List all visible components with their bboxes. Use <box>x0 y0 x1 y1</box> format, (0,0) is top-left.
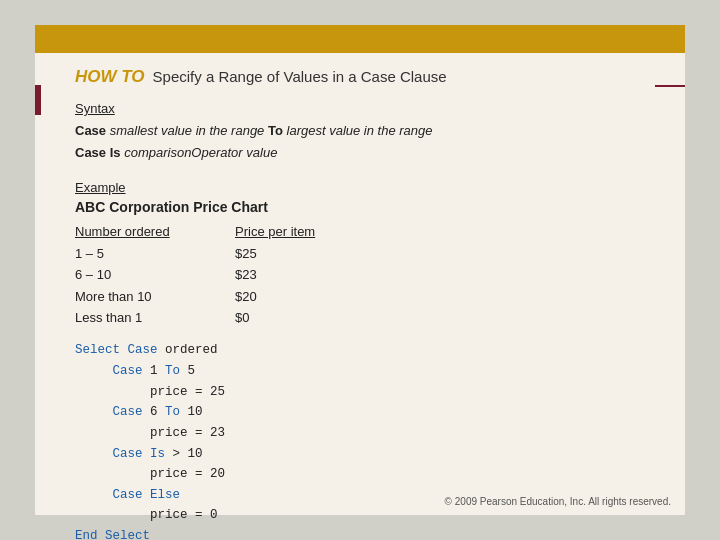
code-line: Case Is > 10 <box>75 444 645 465</box>
col2-cell: $0 <box>235 307 335 328</box>
col1-cell: 6 – 10 <box>75 264 235 285</box>
col1-cell: Less than 1 <box>75 307 235 328</box>
title-row: HOW TO Specify a Range of Values in a Ca… <box>75 67 645 87</box>
to-keyword: To <box>268 123 283 138</box>
right-accent <box>655 85 685 87</box>
code-text: > 10 <box>165 447 203 461</box>
code-line: price = 0 <box>75 505 645 526</box>
code-keyword: To <box>165 364 180 378</box>
syntax-label: Syntax <box>75 101 645 116</box>
code-text: 10 <box>180 405 203 419</box>
col1-header: Number ordered <box>75 221 235 242</box>
col2-header: Price per item <box>235 221 335 242</box>
slide-container: HOW TO Specify a Range of Values in a Ca… <box>35 25 685 515</box>
col1-cell: 1 – 5 <box>75 243 235 264</box>
code-text: 6 <box>143 405 166 419</box>
code-line: End Select <box>75 526 645 540</box>
content: HOW TO Specify a Range of Values in a Ca… <box>35 53 685 540</box>
title-text: Specify a Range of Values in a Case Clau… <box>153 68 447 85</box>
code-line: price = 25 <box>75 382 645 403</box>
code-keyword: Case <box>113 405 143 419</box>
code-line: Case 1 To 5 <box>75 361 645 382</box>
syntax-italic3: comparisonOperator value <box>124 145 277 160</box>
example-section: Example ABC Corporation Price Chart Numb… <box>75 180 645 328</box>
table-row: More than 10$20 <box>75 286 645 307</box>
case-keyword: Case <box>75 123 106 138</box>
syntax-italic1: smallest value in the range <box>110 123 268 138</box>
col1-cell: More than 10 <box>75 286 235 307</box>
code-line: Select Case ordered <box>75 340 645 361</box>
syntax-line1: Case smallest value in the range To larg… <box>75 120 645 142</box>
example-label: Example <box>75 180 645 195</box>
syntax-line2: Case Is comparisonOperator value <box>75 142 645 164</box>
code-text: ordered <box>158 343 218 357</box>
table-row: 1 – 5$25 <box>75 243 645 264</box>
example-title: ABC Corporation Price Chart <box>75 199 645 215</box>
top-bar <box>35 25 685 53</box>
code-keyword: Select Case <box>75 343 158 357</box>
code-text: price = 25 <box>150 385 225 399</box>
table-row: Less than 1$0 <box>75 307 645 328</box>
code-keyword: Case <box>113 364 143 378</box>
code-line: Case 6 To 10 <box>75 402 645 423</box>
code-keyword: Case Else <box>113 488 181 502</box>
code-text: 5 <box>180 364 195 378</box>
code-block: Select Case ordered Case 1 To 5 price = … <box>75 340 645 540</box>
syntax-section: Syntax Case smallest value in the range … <box>75 101 645 164</box>
code-text: price = 20 <box>150 467 225 481</box>
code-text: price = 0 <box>150 508 218 522</box>
case-is-keyword: Case Is <box>75 145 121 160</box>
col2-cell: $20 <box>235 286 335 307</box>
price-table: Number ordered Price per item 1 – 5$256 … <box>75 221 645 328</box>
footer: © 2009 Pearson Education, Inc. All right… <box>445 496 671 507</box>
code-keyword: End Select <box>75 529 150 540</box>
syntax-italic2: largest value in the range <box>287 123 433 138</box>
code-line: price = 20 <box>75 464 645 485</box>
code-keyword: Case Is <box>113 447 166 461</box>
left-accent <box>35 85 41 115</box>
price-header-row: Number ordered Price per item <box>75 221 645 242</box>
code-text: price = 23 <box>150 426 225 440</box>
code-line: price = 23 <box>75 423 645 444</box>
how-to-label: HOW TO <box>75 67 145 87</box>
col2-cell: $25 <box>235 243 335 264</box>
table-row: 6 – 10$23 <box>75 264 645 285</box>
code-text: 1 <box>143 364 166 378</box>
col2-cell: $23 <box>235 264 335 285</box>
code-keyword: To <box>165 405 180 419</box>
